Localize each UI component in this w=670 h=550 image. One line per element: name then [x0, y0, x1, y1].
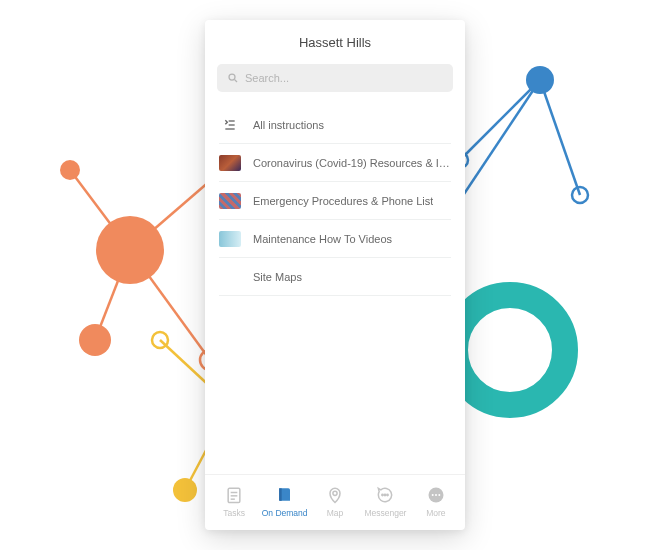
svg-point-4	[96, 216, 164, 284]
app-header: Hassett Hills	[205, 20, 465, 64]
svg-point-42	[438, 494, 440, 496]
bottom-tabs: Tasks On Demand Map Messenger	[205, 474, 465, 530]
tab-messenger[interactable]: Messenger	[360, 485, 410, 518]
tab-label: Messenger	[364, 508, 406, 518]
svg-point-37	[385, 494, 386, 495]
list-item-label: Emergency Procedures & Phone List	[253, 195, 433, 207]
thumbnail-icon	[219, 231, 241, 247]
tab-label: On Demand	[262, 508, 308, 518]
svg-rect-34	[279, 488, 282, 501]
tab-label: More	[426, 508, 445, 518]
svg-point-41	[435, 494, 437, 496]
thumbnail-icon	[219, 193, 241, 209]
tab-map[interactable]: Map	[310, 485, 360, 518]
tab-label: Tasks	[223, 508, 245, 518]
svg-line-3	[130, 250, 210, 360]
page-title: Hassett Hills	[299, 35, 371, 50]
list-icon	[219, 117, 241, 133]
svg-point-24	[455, 295, 565, 405]
svg-point-40	[431, 494, 433, 496]
pin-icon	[325, 485, 345, 505]
list-item-label: Maintenance How To Videos	[253, 233, 392, 245]
tab-on-demand[interactable]: On Demand	[259, 485, 309, 518]
svg-point-14	[152, 332, 168, 348]
svg-point-16	[173, 478, 197, 502]
list-item-label: All instructions	[253, 119, 324, 131]
svg-point-21	[526, 66, 554, 94]
svg-point-38	[387, 494, 388, 495]
svg-line-20	[460, 80, 540, 200]
svg-line-26	[235, 80, 238, 83]
list-item[interactable]: Site Maps	[219, 258, 451, 296]
search-input[interactable]	[245, 72, 443, 84]
search-icon	[227, 72, 239, 84]
list-item-label: Site Maps	[253, 271, 302, 283]
svg-point-25	[229, 74, 235, 80]
more-icon	[426, 485, 446, 505]
svg-point-7	[79, 324, 111, 356]
tab-tasks[interactable]: Tasks	[209, 485, 259, 518]
search-bar	[205, 64, 465, 98]
svg-point-36	[382, 494, 383, 495]
svg-line-19	[540, 80, 580, 195]
list-item[interactable]: Maintenance How To Videos	[219, 220, 451, 258]
list-item[interactable]: Emergency Procedures & Phone List	[219, 182, 451, 220]
svg-line-0	[70, 170, 130, 250]
chat-icon	[375, 485, 395, 505]
svg-point-5	[60, 160, 80, 180]
svg-line-18	[460, 80, 540, 160]
tab-label: Map	[327, 508, 344, 518]
list-item[interactable]: Coronavirus (Covid-19) Resources & Infor…	[219, 144, 451, 182]
instruction-list: All instructions Coronavirus (Covid-19) …	[205, 98, 465, 474]
search-field[interactable]	[217, 64, 453, 92]
list-item-label: Coronavirus (Covid-19) Resources & Infor…	[253, 157, 451, 169]
book-icon	[275, 485, 295, 505]
list-item-all[interactable]: All instructions	[219, 106, 451, 144]
svg-point-23	[572, 187, 588, 203]
tab-more[interactable]: More	[411, 485, 461, 518]
svg-point-35	[333, 491, 337, 495]
thumbnail-icon	[219, 155, 241, 171]
svg-line-2	[95, 250, 130, 340]
thumbnail-icon	[219, 269, 241, 285]
clipboard-icon	[224, 485, 244, 505]
app-frame: Hassett Hills All instructions	[205, 20, 465, 530]
